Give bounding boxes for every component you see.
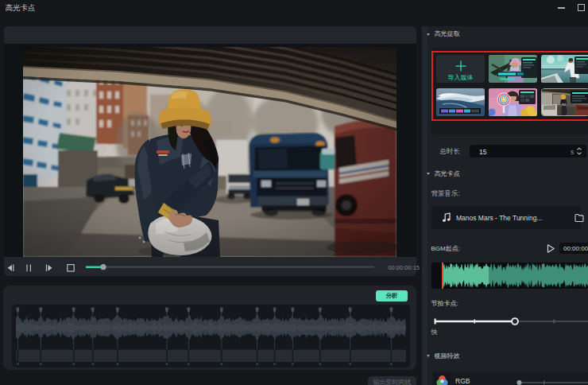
svg-text:00:00:00:15: 00:00:00:15 [388,264,420,271]
